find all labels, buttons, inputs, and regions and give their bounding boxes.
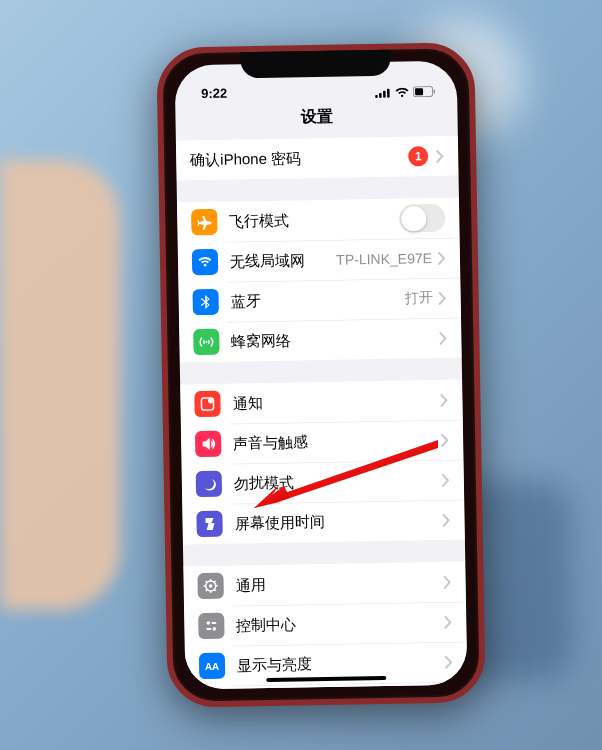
chevron-right-icon <box>442 473 450 486</box>
chevron-right-icon <box>444 575 452 588</box>
row-control-center[interactable]: 控制中心 <box>184 602 467 647</box>
row-label: 确认iPhone 密码 <box>190 147 408 170</box>
airplane-icon <box>191 209 217 235</box>
row-label: 通知 <box>232 390 440 413</box>
screentime-icon <box>196 511 222 537</box>
chevron-right-icon <box>439 331 447 344</box>
row-detail: TP-LINK_E97E <box>336 250 432 268</box>
group-network: 飞行模式 无线局域网 TP-LINK_E97E 蓝牙 打开 <box>177 198 462 363</box>
status-time: 9:22 <box>201 86 227 101</box>
signal-icon <box>375 87 391 97</box>
group-system: 通用 控制中心 AA 显示与亮度 辅助功能 <box>183 562 467 690</box>
page-title: 设置 <box>175 99 458 141</box>
battery-icon <box>413 86 435 97</box>
svg-point-11 <box>206 621 210 625</box>
phone-frame: 9:22 设置 确认iPhone 密码 1 <box>156 42 485 707</box>
chevron-right-icon <box>436 149 444 162</box>
chevron-right-icon <box>445 655 453 668</box>
notch <box>240 50 390 79</box>
display-icon: AA <box>199 653 225 679</box>
chevron-right-icon <box>440 393 448 406</box>
svg-point-10 <box>209 584 213 588</box>
row-wifi[interactable]: 无线局域网 TP-LINK_E97E <box>178 238 461 283</box>
wifi-icon <box>192 249 218 275</box>
row-confirm-passcode[interactable]: 确认iPhone 密码 1 <box>176 136 459 181</box>
row-label: 通用 <box>235 572 443 595</box>
svg-point-13 <box>213 627 217 631</box>
row-detail: 打开 <box>405 289 433 307</box>
row-airplane-mode[interactable]: 飞行模式 <box>177 198 460 243</box>
general-icon <box>197 573 223 599</box>
svg-text:AA: AA <box>205 661 220 672</box>
svg-rect-14 <box>206 628 211 630</box>
row-notifications[interactable]: 通知 <box>180 380 463 425</box>
svg-rect-12 <box>211 622 216 624</box>
row-label: 屏幕使用时间 <box>234 510 442 533</box>
screen: 9:22 设置 确认iPhone 密码 1 <box>175 61 468 690</box>
settings-list[interactable]: 确认iPhone 密码 1 飞行模式 无线局域网 TP-LINK_E97E <box>176 136 468 690</box>
row-screentime[interactable]: 屏幕使用时间 <box>182 500 465 545</box>
bluetooth-icon <box>192 289 218 315</box>
chevron-right-icon <box>438 251 446 264</box>
status-indicators <box>375 86 435 98</box>
row-label: 勿扰模式 <box>234 470 442 493</box>
group-alerts: 通知 声音与触感 勿扰模式 屏幕使用时间 <box>180 380 465 545</box>
svg-rect-5 <box>434 89 436 93</box>
svg-rect-2 <box>383 90 386 97</box>
badge-count: 1 <box>408 146 428 166</box>
control-center-icon <box>198 613 224 639</box>
group-passcode: 确认iPhone 密码 1 <box>176 136 459 181</box>
row-general[interactable]: 通用 <box>183 562 466 607</box>
airplane-toggle[interactable] <box>399 204 445 233</box>
svg-rect-1 <box>379 92 382 97</box>
sounds-icon <box>195 431 221 457</box>
chevron-right-icon <box>444 615 452 628</box>
row-label: 声音与触感 <box>233 430 441 453</box>
svg-rect-3 <box>387 88 390 97</box>
cellular-icon <box>193 329 219 355</box>
row-label: 显示与亮度 <box>237 652 445 675</box>
row-label: 控制中心 <box>236 612 444 635</box>
row-bluetooth[interactable]: 蓝牙 打开 <box>178 278 461 323</box>
row-label: 无线局域网 <box>230 250 337 271</box>
row-label: 蓝牙 <box>231 289 405 311</box>
dnd-icon <box>196 471 222 497</box>
chevron-right-icon <box>441 433 449 446</box>
row-label: 蜂窝网络 <box>231 328 439 351</box>
svg-rect-0 <box>375 94 378 97</box>
chevron-right-icon <box>439 291 447 304</box>
chevron-right-icon <box>442 513 450 526</box>
row-label: 飞行模式 <box>229 209 399 231</box>
row-sounds[interactable]: 声音与触感 <box>181 420 464 465</box>
svg-rect-6 <box>415 88 423 95</box>
wifi-status-icon <box>395 87 409 97</box>
row-cellular[interactable]: 蜂窝网络 <box>179 318 462 363</box>
row-dnd[interactable]: 勿扰模式 <box>182 460 465 505</box>
notifications-icon <box>194 391 220 417</box>
svg-point-8 <box>208 398 213 403</box>
